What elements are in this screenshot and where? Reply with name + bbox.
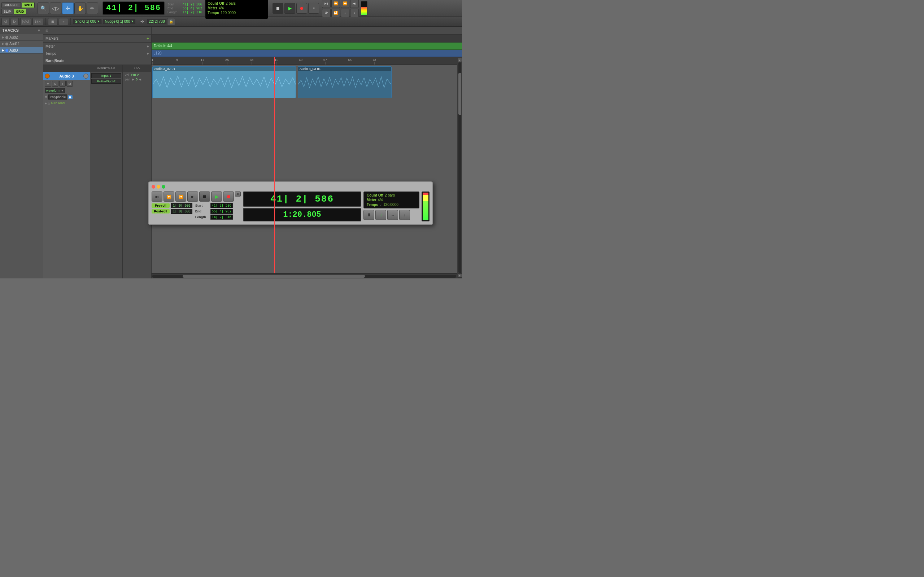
stop-button[interactable]: ⏹ xyxy=(273,3,283,14)
expand-arrow-icon[interactable]: ▶ xyxy=(45,102,47,105)
spot-btn[interactable]: SPOT xyxy=(22,2,35,8)
grid-selector[interactable]: Grid 0| 1| 000 ▼ xyxy=(73,19,102,24)
track-item-aud11[interactable]: ▶ Aud11 xyxy=(0,41,43,47)
tracks-menu-icon[interactable]: ▼ xyxy=(37,29,41,32)
scroll-up-btn[interactable]: ▲ xyxy=(458,58,462,62)
track-name-aud11: Aud11 xyxy=(10,42,20,46)
return-to-zero-button[interactable]: ⏮ xyxy=(322,0,331,8)
mini-meter-val: 4/4 xyxy=(378,198,383,202)
track-record-arm-btn[interactable] xyxy=(45,74,50,79)
mini-sub-counter-display[interactable]: 1:20.805 xyxy=(243,208,361,221)
v-scroll-track[interactable] xyxy=(459,62,461,273)
mini-count-off-label: Count Off xyxy=(367,193,383,197)
end-value: 55| 4| 902 xyxy=(183,6,202,10)
h-scrollbar[interactable] xyxy=(152,273,457,279)
punch-in-button[interactable]: → xyxy=(341,9,349,17)
audio-clip-2[interactable]: Audio 3_03-01 xyxy=(298,66,392,98)
skip-forward-button[interactable]: ▷▷| xyxy=(32,18,43,25)
ruler-tick-17: 17 xyxy=(201,58,204,62)
track-voice-btn[interactable] xyxy=(83,74,89,79)
main-counter-value[interactable]: 41| 2| 586 xyxy=(106,3,161,13)
pan-val: 0 xyxy=(136,77,137,81)
track-playlist-btn[interactable]: M xyxy=(66,81,73,87)
edit-modes-group: SHUFFLE SPOT SLIP GRID xyxy=(2,2,35,15)
go-to-end-button[interactable]: ⏭ xyxy=(350,0,359,8)
auto-icon: △ xyxy=(48,102,50,105)
skip-back-button[interactable]: |◁◁ xyxy=(20,18,31,25)
tracks-header: TRACKS ▼ xyxy=(0,27,43,34)
waveform-container: Audio 3_02-01 Audio 3_03-01 xyxy=(152,65,457,273)
fast-forward-button[interactable]: ⏩ xyxy=(341,0,349,8)
mini-more-btn[interactable]: ≡ xyxy=(235,192,241,197)
eq-btn[interactable]: ≡ xyxy=(59,18,68,25)
vol-label: vol xyxy=(125,73,129,77)
inserts-header: INSERTS A-E xyxy=(97,67,115,70)
mini-ff-btn[interactable]: ⏩ xyxy=(175,192,186,201)
grid-label: Grid xyxy=(75,19,82,23)
nudge-dropdown-icon[interactable]: ▼ xyxy=(131,20,134,23)
track-item-aud3[interactable]: ▶ Aud3 xyxy=(0,47,43,54)
mini-rec-btn[interactable]: ⏺ xyxy=(223,192,234,201)
tempo-expand-icon[interactable]: ▶ xyxy=(147,52,149,55)
cursor-position: 22| 2| 788 xyxy=(147,19,166,24)
shuffle-btn[interactable]: SHUFFLE xyxy=(2,2,21,8)
more-transport-button[interactable]: ≡ xyxy=(308,3,319,14)
track-mute-btn[interactable]: M xyxy=(45,81,51,87)
mini-end-btn[interactable]: ⏭ xyxy=(187,192,198,201)
grid-dropdown-icon[interactable]: ▼ xyxy=(97,20,100,23)
mini-transport-window: ⏮ ⏪ ⏩ ⏭ ⏹ ▶ ⏺ ≡ Pre-roll 1| 0| 000 Post-… xyxy=(148,181,433,225)
play-button[interactable]: ▶ xyxy=(284,3,295,14)
level-fill xyxy=(361,7,367,15)
cursor-lock-btn[interactable]: 🔒 xyxy=(167,18,175,25)
mini-level-meter xyxy=(422,192,430,221)
trim-tool[interactable]: ◁▷ xyxy=(50,3,61,14)
grid-btn[interactable]: GRID xyxy=(14,9,26,15)
input-label: Input 1 xyxy=(91,73,121,78)
mini-stop-btn[interactable]: ⏹ xyxy=(199,192,210,201)
scrollbar-track[interactable] xyxy=(152,275,456,278)
markers-add-btn[interactable]: + xyxy=(147,36,149,41)
loop-record-button[interactable]: 🔁 xyxy=(331,9,340,17)
mini-rw-btn[interactable]: ⏪ xyxy=(163,192,174,201)
forward-nav-button[interactable]: ▷ xyxy=(11,18,19,25)
maximize-window-dot[interactable] xyxy=(162,185,165,189)
mini-sync-btn[interactable]: ↓ xyxy=(399,210,410,220)
loop-playback-button[interactable]: ⟳ xyxy=(322,9,331,17)
mini-level-yellow xyxy=(423,195,428,200)
v-scrollbar[interactable]: ▲ ▼ xyxy=(457,57,462,279)
mini-bottom-btns: ⏸ ♩ → ↓ xyxy=(363,210,419,220)
slip-btn[interactable]: SLIP xyxy=(2,9,13,15)
back-nav-button[interactable]: ◁ xyxy=(2,18,10,25)
mini-play-btn[interactable]: ▶ xyxy=(211,192,222,201)
mini-metronome-btn[interactable]: → xyxy=(387,210,398,220)
mixer-btn[interactable]: ⊞ xyxy=(48,18,57,25)
minimize-window-dot[interactable] xyxy=(157,185,160,189)
punch-out-button[interactable]: ↓ xyxy=(350,9,359,17)
mini-title-bar xyxy=(152,185,430,189)
scrollbar-thumb[interactable] xyxy=(183,275,365,278)
grab-tool[interactable]: ✋ xyxy=(74,3,86,14)
track-view-selector[interactable]: waveform ▼ xyxy=(45,88,65,93)
track-solo-btn[interactable]: S xyxy=(52,81,58,87)
v-scroll-thumb[interactable] xyxy=(459,73,461,115)
meter-expand-icon[interactable]: ▶ xyxy=(147,45,149,48)
pencil-tool[interactable]: ✏ xyxy=(87,3,98,14)
track-item-aud2[interactable]: ▶ Aud2 xyxy=(0,34,43,41)
tracks-title: TRACKS xyxy=(2,28,19,32)
playhead-waveform xyxy=(274,65,275,273)
post-roll-val: 1| 0| 000 xyxy=(171,209,192,214)
rewind-button[interactable]: ⏪ xyxy=(331,0,340,8)
close-window-dot[interactable] xyxy=(152,185,155,189)
mini-click-btn[interactable]: ♩ xyxy=(375,210,386,220)
mini-rtf-btn[interactable]: ⏮ xyxy=(152,192,162,201)
zoom-tool[interactable]: 🔍 xyxy=(37,3,49,14)
nudge-selector[interactable]: Nudge 0| 1| 000 ▼ xyxy=(103,19,135,24)
record-button[interactable]: ⏺ xyxy=(296,3,307,14)
view-dropdown-icon[interactable]: ▼ xyxy=(61,89,63,92)
scroll-down-btn[interactable]: ▼ xyxy=(458,273,462,278)
track-monitor-btn[interactable]: I xyxy=(59,81,66,87)
mini-main-counter-display[interactable]: 41| 2| 586 xyxy=(243,192,361,206)
mini-loop-btn[interactable]: ⏸ xyxy=(363,210,374,220)
select-tool[interactable]: ✛ xyxy=(62,3,74,14)
cursor-icon: ✛ xyxy=(138,18,146,25)
